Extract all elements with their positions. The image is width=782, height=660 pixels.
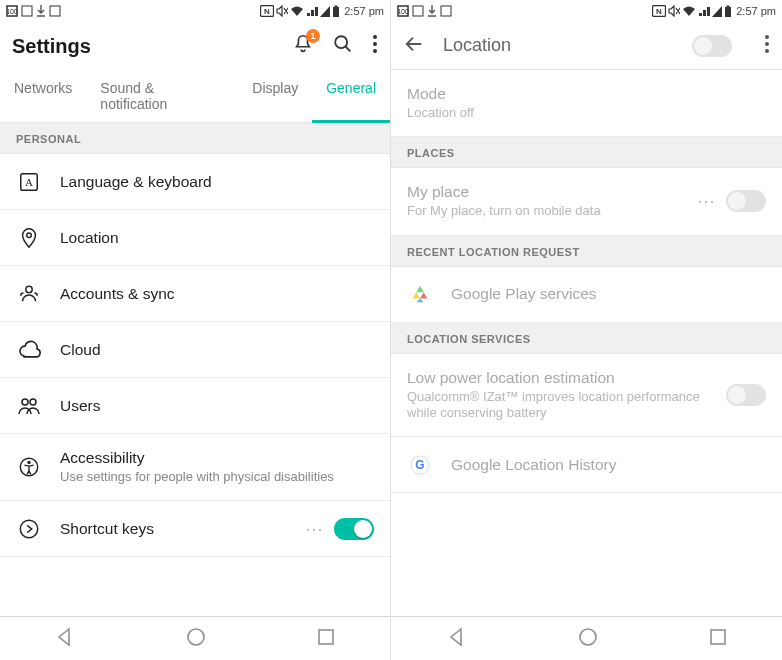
phone-location: 100 N 2:57 pm Location (391, 0, 782, 660)
section-header-personal: PERSONAL (0, 123, 390, 154)
setting-mode[interactable]: Mode Location off (391, 70, 782, 137)
svg-point-17 (30, 399, 36, 405)
svg-point-36 (580, 629, 596, 645)
status-icon: 100 (6, 5, 18, 17)
shortcut-keys-toggle[interactable] (334, 518, 374, 540)
setting-accounts-sync[interactable]: Accounts & sync (0, 266, 390, 322)
svg-point-11 (373, 49, 377, 53)
more-vert-icon (372, 34, 378, 54)
setting-google-play-services[interactable]: Google Play services (391, 267, 782, 323)
svg-point-16 (22, 399, 28, 405)
setting-label: Accessibility (60, 449, 374, 467)
signal-icon (306, 5, 318, 17)
my-place-toggle[interactable] (726, 190, 766, 212)
setting-label: Google Play services (451, 285, 766, 303)
nfc-icon: N (652, 5, 666, 17)
setting-label: Google Location History (451, 456, 766, 474)
setting-cloud[interactable]: Cloud (0, 322, 390, 378)
nav-bar (391, 616, 782, 660)
svg-rect-26 (441, 6, 451, 16)
tab-networks[interactable]: Networks (0, 70, 86, 122)
svg-rect-30 (727, 6, 730, 8)
more-horiz-icon: ⋯ (697, 190, 716, 212)
setting-accessibility[interactable]: Accessibility Use settings for people wi… (0, 434, 390, 501)
setting-label: Language & keyboard (60, 173, 374, 191)
recents-button[interactable] (317, 628, 335, 650)
low-power-toggle[interactable] (726, 384, 766, 406)
setting-my-place[interactable]: My place For My place, turn on mobile da… (391, 168, 782, 235)
tab-sound[interactable]: Sound & notification (86, 70, 238, 122)
notifications-button[interactable]: 1 (292, 33, 314, 59)
svg-text:100: 100 (397, 8, 409, 15)
tab-bar: Networks Sound & notification Display Ge… (0, 70, 390, 123)
shortcut-icon (16, 518, 42, 540)
svg-rect-3 (50, 6, 60, 16)
section-header-places: PLACES (391, 137, 782, 168)
signal-icon (698, 5, 710, 17)
svg-point-31 (765, 35, 769, 39)
recents-button[interactable] (709, 628, 727, 650)
overflow-menu-button[interactable] (764, 34, 770, 58)
setting-location[interactable]: Location (0, 210, 390, 266)
section-header-recent: RECENT LOCATION REQUEST (391, 236, 782, 267)
svg-rect-6 (333, 7, 339, 17)
setting-label: My place (407, 183, 679, 201)
setting-label: Accounts & sync (60, 285, 374, 303)
more-vert-icon (764, 34, 770, 54)
svg-text:A: A (25, 175, 33, 187)
keyboard-icon: A (16, 171, 42, 193)
setting-sub: Qualcomm® IZat™ improves location perfor… (407, 389, 708, 422)
back-button[interactable] (55, 627, 75, 651)
setting-sub: Use settings for people with physical di… (60, 469, 374, 485)
tab-general[interactable]: General (312, 70, 390, 122)
nfc-icon: N (260, 5, 274, 17)
location-master-toggle[interactable] (692, 35, 732, 57)
download-icon (427, 5, 437, 17)
status-icon (49, 5, 61, 17)
settings-list[interactable]: PERSONAL A Language & keyboard Location … (0, 123, 390, 616)
section-header-services: LOCATION SERVICES (391, 323, 782, 354)
setting-users[interactable]: Users (0, 378, 390, 434)
home-button[interactable] (186, 627, 206, 651)
notification-badge: 1 (306, 29, 320, 43)
status-bar: 100 N 2:57 pm (0, 0, 390, 22)
svg-text:N: N (656, 7, 662, 16)
status-icon (412, 5, 424, 17)
overflow-menu-button[interactable] (372, 34, 378, 58)
setting-language-keyboard[interactable]: A Language & keyboard (0, 154, 390, 210)
users-icon (16, 395, 42, 417)
status-icon (21, 5, 33, 17)
svg-rect-25 (413, 6, 423, 16)
location-list[interactable]: Mode Location off PLACES My place For My… (391, 70, 782, 616)
status-bar: 100 N 2:57 pm (391, 0, 782, 22)
app-bar: Settings 1 (0, 22, 390, 70)
clock-text: 2:57 pm (736, 5, 776, 17)
setting-shortcut-keys[interactable]: Shortcut keys ⋯ (0, 501, 390, 557)
location-pin-icon (16, 227, 42, 249)
nav-bar (0, 616, 390, 660)
svg-point-15 (26, 286, 32, 292)
svg-point-14 (27, 232, 32, 237)
more-horiz-icon: ⋯ (305, 518, 324, 540)
back-button[interactable] (403, 33, 425, 59)
setting-label: Shortcut keys (60, 520, 287, 538)
page-title: Settings (12, 35, 292, 58)
setting-low-power-location[interactable]: Low power location estimation Qualcomm® … (391, 354, 782, 438)
search-button[interactable] (332, 33, 354, 59)
svg-rect-22 (319, 630, 333, 644)
tab-display[interactable]: Display (238, 70, 312, 122)
app-bar: Location (391, 22, 782, 70)
setting-label: Users (60, 397, 374, 415)
wifi-icon (290, 5, 304, 17)
mute-icon (276, 5, 288, 17)
home-button[interactable] (578, 627, 598, 651)
back-button[interactable] (447, 627, 467, 651)
phone-settings: 100 N 2:57 pm Settings 1 (0, 0, 391, 660)
svg-text:G: G (415, 458, 424, 472)
clock-text: 2:57 pm (344, 5, 384, 17)
svg-point-9 (373, 35, 377, 39)
arrow-left-icon (403, 33, 425, 55)
play-services-icon (407, 283, 433, 305)
setting-google-location-history[interactable]: G Google Location History (391, 437, 782, 493)
status-icon: 100 (397, 5, 409, 17)
